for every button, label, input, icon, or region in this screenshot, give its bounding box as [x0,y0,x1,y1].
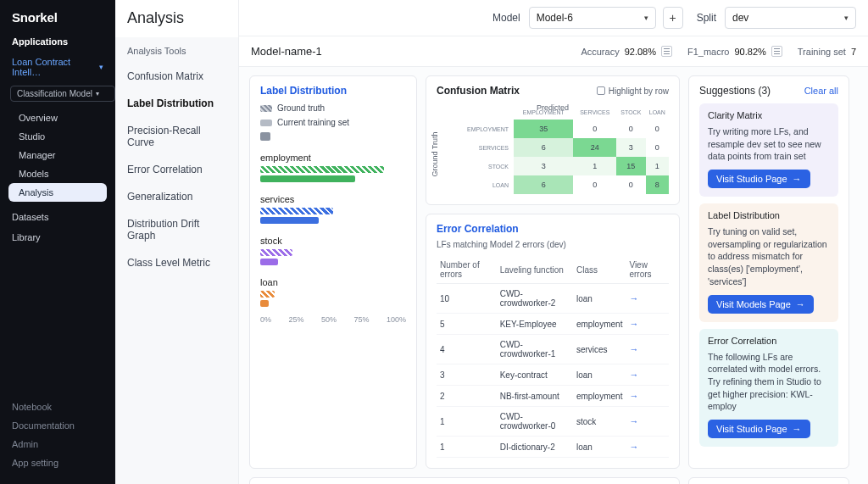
highlight-by-row-toggle[interactable]: Highlight by row [597,86,669,96]
confusion-matrix-card: Confusion Matrix Highlight by row Predic… [426,75,680,205]
filter-icon[interactable] [661,46,672,57]
tool-confusion-matrix[interactable]: Confusion Matrix [115,63,238,90]
suggestion-body: Try tuning on valid set, oversampling or… [708,225,830,287]
cm-cell[interactable]: 6 [514,138,573,157]
suggestion-heading: Label Distribution [708,210,830,220]
cm-row: STOCK31151 [447,157,669,175]
ec-error-count: 10 [437,284,497,314]
suggestion-cta-button[interactable]: Visit Studio Page → [708,420,810,438]
suggestion-cta-button[interactable]: Visit Studio Page → [708,170,810,188]
ec-error-count: 1 [437,437,497,458]
tool-error-correlation[interactable]: Error Correlation [115,156,238,183]
tool-class-level-metric[interactable]: Class Level Metric [115,249,238,276]
add-model-button[interactable]: + [663,7,683,29]
f1-label: F1_macro [687,47,730,57]
analysis-tools-label: Analysis Tools [115,37,238,63]
sidebar-footer-admin[interactable]: Admin [0,435,115,453]
sidebar: Snorkel Applications Loan Contract Intel… [0,0,115,484]
ec-view-errors[interactable]: → [626,386,669,407]
axis-tick: 0% [260,315,271,324]
ec-class: services [573,335,626,364]
suggestions-card: Suggestions (3) Clear all Clarity Matrix… [688,75,849,469]
sidebar-item-manager[interactable]: Manager [0,146,115,164]
cm-cell[interactable]: 3 [514,157,573,175]
tool-label-distribution[interactable]: Label Distribution [115,90,238,117]
ec-row: 5 KEY-Employee employment → [437,314,669,335]
suggestion-heading: Clarity Matrix [708,110,830,120]
cm-cell[interactable]: 15 [616,157,645,175]
tool-distribution-drift-graph[interactable]: Distribution Drift Graph [115,210,238,249]
accuracy-label: Accuracy [581,47,619,57]
ec-lf-name: KEY-Employee [497,314,573,335]
axis-tick: 25% [288,315,303,324]
cm-cell[interactable]: 0 [573,175,616,194]
ld-ground-truth-bar [260,291,275,298]
ld-training-bar [260,175,355,182]
tool-generalization[interactable]: Generalization [115,183,238,210]
logo: Snorkel [0,10,115,36]
cm-cell[interactable]: 35 [514,120,573,138]
distribution-drift-card: Distribution Drift Graph Metric ▾ [249,477,680,484]
model-select-value: Model-6 [537,12,573,24]
cm-cell[interactable]: 24 [573,138,616,157]
cm-col-header: STOCK [616,105,645,120]
cm-cell[interactable]: 6 [514,175,573,194]
label-distribution-title: Label Distribution [260,85,406,97]
suggestion-cta-button[interactable]: Visit Models Page → [708,295,814,314]
arrow-right-icon: → [629,416,638,426]
cm-cell[interactable]: 0 [616,175,645,194]
arrow-right-icon: → [629,293,638,303]
ec-lf-name: CWD-crowdworker-1 [497,335,573,364]
sidebar-footer-documentation[interactable]: Documentation [0,416,115,435]
sidebar-item-studio[interactable]: Studio [0,127,115,146]
content: Label Distribution Ground truth Current … [239,67,868,484]
sidebar-item-datasets[interactable]: Datasets [0,207,115,227]
sidebar-item-analysis[interactable]: Analysis [8,183,107,202]
arrow-right-icon: → [629,391,638,401]
ec-class: loan [573,364,626,386]
suggestions-clear-all[interactable]: Clear all [804,86,838,96]
ec-view-errors[interactable]: → [626,437,669,458]
chevron-down-icon: ▾ [644,14,648,22]
sidebar-footer-notebook[interactable]: Notebook [0,398,115,416]
sidebar-footer-app-setting[interactable]: App setting [0,453,115,472]
ec-row: 10 CWD-crowdworker-2 loan → [437,284,669,314]
cm-cell[interactable]: 0 [646,120,669,138]
ld-group-label: stock [260,236,406,246]
ec-view-errors[interactable]: → [626,364,669,386]
sidebar-item-models[interactable]: Models [0,164,115,183]
ld-group-label: services [260,194,406,204]
app-switcher[interactable]: Loan Contract Intell… ▾ [0,53,115,84]
ec-view-errors[interactable]: → [626,314,669,335]
ec-error-count: 1 [437,407,497,437]
ec-view-errors[interactable]: → [626,284,669,314]
ld-training-bar [260,259,278,265]
sidebar-section-applications: Applications [0,36,115,53]
cm-row: EMPLOYMENT35000 [447,120,669,138]
ld-ground-truth-bar [260,166,384,173]
training-set-label: Training set [798,47,846,57]
ec-view-errors[interactable]: → [626,335,669,364]
sidebar-item-overview[interactable]: Overview [0,108,115,127]
ec-col-header: View errors [626,256,669,284]
cm-row-label: LOAN [447,175,514,194]
sidebar-item-library[interactable]: Library [0,227,115,248]
cm-cell[interactable]: 1 [573,157,616,175]
split-select[interactable]: dev ▾ [725,7,856,29]
cm-cell[interactable]: 0 [616,120,645,138]
cm-cell[interactable]: 0 [646,138,669,157]
cm-col-header: LOAN [646,105,669,120]
model-type-chip[interactable]: Classification Model ▾ [10,86,115,102]
model-field-label: Model [492,12,520,24]
topbar: Model Model-6 ▾ + Split dev ▾ [239,0,868,36]
cm-cell[interactable]: 0 [573,120,616,138]
page-title: Analysis [115,0,238,37]
cm-cell[interactable]: 3 [616,138,645,157]
cm-cell[interactable]: 1 [646,157,669,175]
chevron-down-icon: ▾ [99,63,103,71]
model-select[interactable]: Model-6 ▾ [529,7,656,29]
cm-cell[interactable]: 8 [646,175,669,194]
ec-view-errors[interactable]: → [626,407,669,437]
filter-icon[interactable] [771,46,782,57]
tool-precision-recall-curve[interactable]: Precision-Recall Curve [115,117,238,156]
